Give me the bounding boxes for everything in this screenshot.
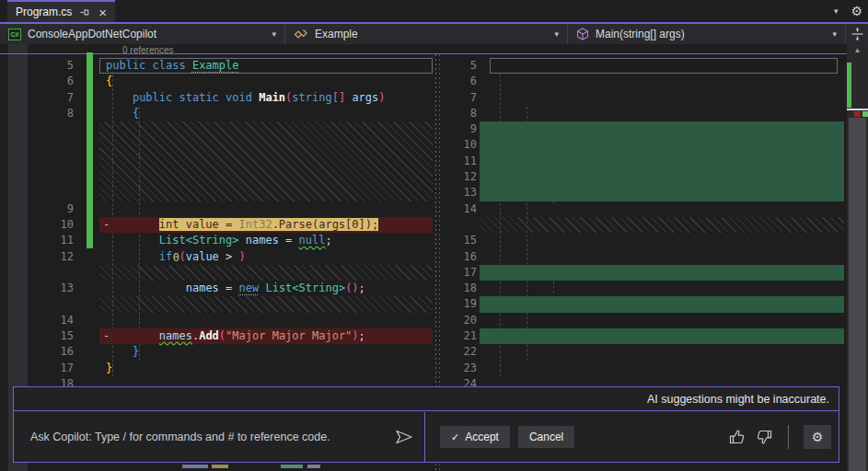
line-number: 7 — [26, 91, 74, 104]
hatch-filler — [99, 121, 433, 201]
ai-disclaimer: AI suggestions might be inaccurate. — [647, 393, 829, 406]
split-editor-icon[interactable] — [846, 24, 868, 44]
type-name: Example — [315, 28, 358, 40]
added-line-bg — [480, 121, 844, 137]
code-text: } — [106, 345, 139, 358]
line-number: 15 — [26, 329, 74, 342]
clipped-code-fragment — [281, 465, 303, 468]
scrollbar-caret-marker — [847, 109, 868, 110]
line-number: 12 — [26, 250, 74, 263]
code-text: public class Example — [106, 59, 239, 72]
code-line[interactable]: 13 names = new List<String>(); — [0, 281, 435, 296]
code-line[interactable]: 9+ int value = 0; — [439, 121, 868, 137]
line-number: 10 — [451, 138, 477, 151]
code-line[interactable]: 6{ — [0, 74, 435, 89]
code-line[interactable]: 5public class Example — [439, 58, 868, 74]
editor-settings-gear-icon[interactable]: ⚙ — [851, 4, 862, 18]
clipped-code-fragment — [307, 465, 320, 468]
thumbs-down-icon[interactable] — [755, 428, 773, 446]
copilot-input-placeholder: Ask Copilot: Type / for commands and # t… — [30, 431, 330, 443]
code-line[interactable]: 17+ { — [439, 265, 868, 281]
copilot-panel-header: AI suggestions might be inaccurate. — [14, 387, 839, 411]
vertical-scrollbar[interactable]: ▲ — [847, 44, 868, 471]
line-number: 18 — [451, 281, 477, 294]
code-line[interactable]: 16 if (value > 0) — [439, 249, 868, 265]
code-line[interactable]: 11 List<String> names = null; — [0, 233, 435, 248]
added-line-bg — [480, 296, 844, 312]
code-line[interactable]: 20 — [439, 313, 868, 328]
chevron-down-icon: ▾ — [272, 29, 276, 39]
added-line-bg — [480, 154, 844, 169]
line-number: 8 — [26, 107, 74, 120]
code-line[interactable]: 14 — [0, 313, 435, 328]
code-line[interactable]: 7 public static void Main(string[] args) — [0, 90, 435, 106]
code-line[interactable]: 13+ } — [439, 185, 868, 201]
added-line-bg — [480, 328, 844, 344]
line-number: 13 — [26, 281, 74, 294]
code-line[interactable]: 5public class Example — [0, 58, 435, 74]
code-line[interactable]: 11+ { — [439, 154, 868, 169]
code-line[interactable]: 15- names.Add("Major Major Major"); — [0, 328, 435, 344]
scrollbar-thumb[interactable] — [849, 118, 866, 471]
line-number: 6 — [451, 75, 477, 87]
code-line[interactable]: 10- int value = Int32.Parse(args[0]); — [0, 217, 435, 233]
code-line[interactable]: 8 { — [439, 106, 868, 121]
copilot-suggestion-panel: AI suggestions might be inaccurate. Ask … — [13, 386, 839, 463]
line-number: 6 — [26, 75, 74, 87]
copilot-chat-input[interactable]: Ask Copilot: Type / for commands and # t… — [14, 412, 425, 462]
member-dropdown[interactable]: Main(string[] args) ▾ — [568, 24, 846, 44]
scrollbar-up-arrow-icon[interactable]: ▲ — [847, 46, 868, 54]
code-line[interactable]: 18 names = new List<String>(); — [439, 281, 868, 296]
code-line[interactable]: 8 { — [0, 106, 435, 121]
diff-pane-original: 5public class Example6{7 public static v… — [0, 58, 435, 392]
focused-line-box — [490, 58, 838, 74]
diff-padding-row — [0, 265, 435, 281]
clipped-code-fragment — [212, 465, 228, 468]
type-dropdown[interactable]: Example ▾ — [285, 24, 568, 44]
added-line-bg — [480, 185, 844, 201]
code-line[interactable]: 15 List<String> names = null; — [439, 233, 868, 248]
hatch-filler — [99, 296, 433, 312]
cancel-button[interactable]: Cancel — [518, 426, 574, 448]
close-icon[interactable]: × — [98, 6, 107, 19]
pin-icon[interactable] — [79, 6, 91, 18]
code-line[interactable]: 19+ } — [439, 296, 868, 312]
code-text: List<String> names = null; — [106, 234, 332, 247]
send-icon[interactable] — [395, 430, 413, 444]
code-line[interactable]: 10+ if (args.Length > 0) — [439, 137, 868, 153]
code-line[interactable]: 12 if (value > 0) — [0, 249, 435, 265]
project-dropdown[interactable]: C# ConsoleAppDotNetCopilot ▾ — [0, 24, 285, 44]
line-number: 16 — [26, 345, 74, 358]
accept-button[interactable]: ✓ Accept — [440, 426, 510, 448]
scrollbar-deleted-mark — [854, 111, 861, 117]
code-line[interactable]: 21+ names?.Add("Major Major Major"); — [439, 328, 868, 344]
code-line[interactable]: 22 } — [439, 344, 868, 360]
code-line[interactable]: 9 — [0, 201, 435, 217]
code-line[interactable]: 12+ value = Int32.Parse(args[0]); — [439, 169, 868, 185]
code-line[interactable]: 16 } — [0, 344, 435, 360]
tab-overflow-chevron-icon[interactable]: ▾ — [834, 6, 839, 16]
code-line[interactable]: 7 public static void Main(string[] args) — [439, 90, 868, 106]
line-number: 14 — [26, 314, 74, 327]
line-number: 9 — [26, 202, 74, 215]
diff-padding-row — [439, 217, 868, 233]
line-number: 17 — [451, 266, 477, 279]
thumbs-up-icon[interactable] — [728, 428, 746, 446]
tab-program-cs[interactable]: Program.cs × — [7, 0, 115, 22]
copilot-settings-button[interactable]: ⚙ — [804, 425, 831, 449]
line-number: 21 — [451, 329, 477, 342]
scrollbar-added-mark — [862, 111, 868, 117]
clipped-code-fragment — [182, 465, 208, 468]
line-number: 11 — [26, 234, 74, 247]
code-line[interactable]: 14 — [439, 201, 868, 217]
line-number: 7 — [451, 91, 477, 104]
line-number: 14 — [451, 202, 477, 215]
code-line[interactable]: 6{ — [439, 74, 868, 89]
code-line[interactable]: 17} — [0, 361, 435, 376]
line-number: 20 — [451, 314, 477, 327]
chevron-down-icon: ▾ — [554, 29, 559, 39]
action-divider — [788, 425, 789, 449]
code-line[interactable]: 23} — [439, 361, 868, 376]
inline-diff-top-border — [0, 53, 847, 54]
cancel-label: Cancel — [529, 431, 563, 443]
